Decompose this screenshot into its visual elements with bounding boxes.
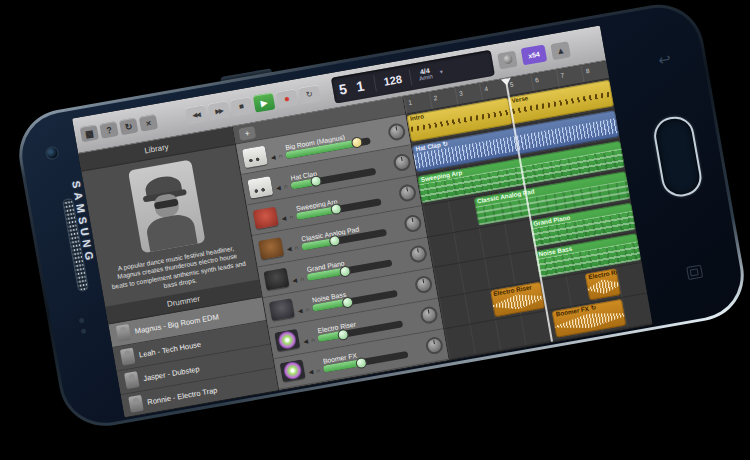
mute-icon[interactable]: ◀ [308,369,314,376]
info-icon[interactable]: ? [99,121,118,139]
drum-machine-icon [242,145,268,168]
bass-chair-icon [269,298,295,321]
chevron-down-icon[interactable]: ▾ [439,68,443,75]
pan-knob[interactable] [419,306,439,326]
slider-knob[interactable] [339,265,352,278]
rewind-button[interactable]: ◀◀ [185,104,208,124]
slider-knob[interactable] [309,175,322,188]
mute-icon[interactable]: ◀ [281,215,287,222]
cycle-button[interactable]: ↻ [298,84,321,104]
sparkle-fx-icon [274,329,300,352]
avatar [120,348,136,366]
pan-knob[interactable] [425,336,445,356]
stop-button[interactable]: ■ [230,96,253,116]
record-button[interactable]: ● [275,88,298,108]
piano-icon [264,268,290,291]
slider-knob[interactable] [329,235,342,248]
add-track-button[interactable]: + [238,126,256,141]
solo-icon[interactable]: ∩ [294,245,299,252]
loop-icon: ↻ [442,141,448,148]
mute-icon[interactable]: ◀ [297,307,303,314]
slider-knob[interactable] [330,203,343,216]
slider-knob[interactable] [355,357,368,370]
close-icon[interactable]: × [139,114,158,132]
samsung-phone: SAMSUNG ↩ ▦ ? ↻ × ◀◀ ▶▶ [12,0,750,433]
brown-synth-icon [258,237,284,260]
mute-icon[interactable]: ◀ [287,246,293,253]
mute-icon[interactable]: ◀ [270,154,276,161]
browser-icon[interactable]: ▦ [80,124,99,142]
solo-icon[interactable]: ∩ [305,306,310,313]
mute-icon[interactable]: ◀ [292,277,298,284]
mute-icon[interactable]: ◀ [276,185,282,192]
purple-badge[interactable]: x54 [521,44,548,65]
phone-screen: ▦ ? ↻ × ◀◀ ▶▶ ■ ▶ ● ↻ 5 1 [72,26,653,418]
avatar [128,395,144,413]
slider-knob[interactable] [337,328,350,341]
forward-button[interactable]: ▶▶ [208,100,231,120]
slider-knob[interactable] [341,296,354,309]
pan-knob[interactable] [387,122,407,142]
avatar [124,371,140,389]
sparkle-fx-icon [280,360,306,383]
front-camera [45,146,60,161]
pan-knob[interactable] [403,214,423,234]
pan-knob[interactable] [392,152,412,172]
back-soft-key-icon[interactable]: ↩ [657,50,673,70]
master-knob-icon[interactable] [497,50,518,69]
metronome-icon[interactable]: ▲ [550,41,571,60]
slider-knob[interactable] [351,136,364,149]
avatar [116,324,132,342]
solo-icon[interactable]: ∩ [310,337,315,344]
home-button[interactable] [651,114,704,200]
drum-machine-icon [247,176,273,199]
solo-icon[interactable]: ∩ [278,153,283,160]
tempo-value: 128 [383,72,403,87]
pan-knob[interactable] [414,275,434,295]
solo-icon[interactable]: ∩ [289,214,294,221]
key-signature: Amin [419,73,434,81]
play-button[interactable]: ▶ [253,92,276,112]
time-signature: 4/4 Amin [417,66,433,81]
drummer-portrait [128,160,206,254]
red-synth-icon [253,206,279,229]
solo-icon[interactable]: ∩ [283,183,288,190]
mute-icon[interactable]: ◀ [303,338,309,345]
recents-soft-key-icon[interactable] [686,265,703,280]
pan-knob[interactable] [408,244,428,264]
refresh-icon[interactable]: ↻ [119,117,138,135]
playhead-position: 5 1 [338,76,369,97]
region-electro-riser-2[interactable]: Electro Riser [585,268,621,300]
pan-knob[interactable] [398,183,418,203]
phone-body: SAMSUNG ↩ ▦ ? ↻ × ◀◀ ▶▶ [15,1,747,430]
proximity-sensors [79,318,87,335]
library-toolbar-buttons: ▦ ? ↻ × [80,114,158,142]
loop-icon: ↻ [590,304,596,311]
solo-icon[interactable]: ∩ [299,275,304,282]
phone-metal-rim: SAMSUNG ↩ ▦ ? ↻ × ◀◀ ▶▶ [12,0,750,433]
solo-icon[interactable]: ∩ [316,367,321,374]
